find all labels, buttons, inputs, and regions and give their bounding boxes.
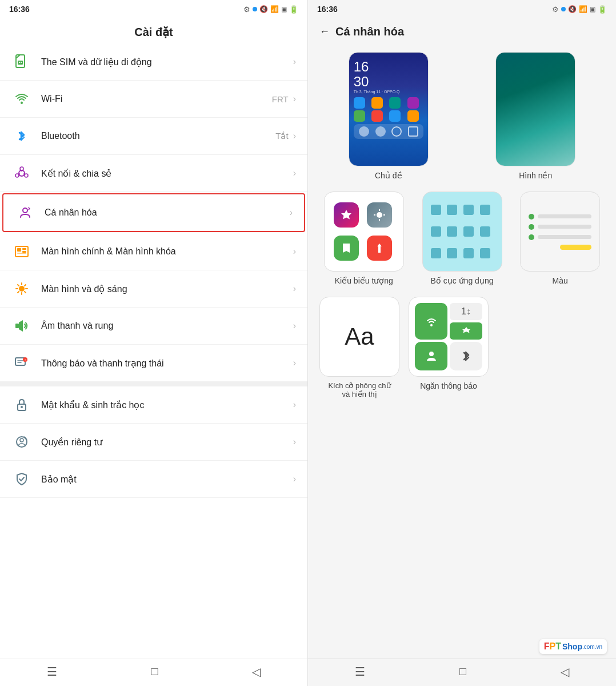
security-label: Bảo mật [41,474,77,484]
settings-item-screen-main[interactable]: Màn hình chính & Màn hình khóa › [0,233,307,270]
screen-main-icon [11,241,32,262]
settings-item-sim[interactable]: The SIM và dữ liệu di động › [0,43,307,81]
notification-icon: ! [11,353,32,373]
signal-icon-right: ▣ [590,6,595,13]
mau-bar-1 [538,214,591,218]
mau-dot-2 [529,224,534,230]
bocuc-dot [431,226,441,237]
wifi-text: Wi-Fi [41,94,272,104]
bluetooth-label: Bluetooth [41,131,80,141]
sound-chevron: › [293,321,296,331]
settings-item-personalize[interactable]: Cá nhân hóa › [2,193,305,232]
menu-icon-right[interactable]: ☰ [355,665,365,679]
back-button[interactable]: ← [319,26,330,38]
password-chevron: › [293,400,296,410]
kieu-bieu-tuong-card[interactable]: Kiểu biểu tượng [319,192,409,285]
settings-item-password[interactable]: Mật khẩu & sinh trắc học › [0,386,307,424]
security-text: Bảo mật [41,474,293,485]
mau-label: Màu [553,276,568,285]
bocuc-dot [480,226,490,237]
svg-rect-27 [15,324,19,328]
right-panel: 16:36 ⚙ 🔇 📶 ▣ 🔋 ← Cá nhân hóa 1630 Th 3,… [308,0,616,686]
bocuc-dot [480,248,490,258]
chu-de-inner: 1630 Th 3, Tháng 11 · OPPO Q [349,53,428,146]
svg-point-43 [429,352,434,356]
mute-icon-left: 🔇 [259,5,268,13]
notif-bluetooth-box [450,342,482,370]
header-right: ← Cá nhân hóa [308,18,616,43]
menu-icon-left[interactable]: ☰ [47,665,57,679]
chu-de-card[interactable]: 1630 Th 3, Tháng 11 · OPPO Q [319,52,458,180]
wifi-chevron: › [293,94,296,104]
status-bar-left: 16:36 ⚙ 🔇 📶 ▣ 🔋 [0,0,307,18]
page-title-left: Cài đặt [11,25,296,39]
notif-preview: 1↕ [409,297,489,377]
kieu-bieu-tuong-preview [324,192,404,272]
settings-item-connection[interactable]: Kết nối & chia sẻ › [0,155,307,192]
mau-bar-3 [538,235,591,239]
font-preview: Aa [319,297,399,377]
status-bar-right: 16:36 ⚙ 🔇 📶 ▣ 🔋 [308,0,616,18]
settings-item-bluetooth[interactable]: Bluetooth Tắt › [0,118,307,155]
status-icons-left: ⚙ 🔇 📶 ▣ 🔋 [243,5,298,14]
svg-rect-17 [17,253,26,254]
font-notif-row: Aa Kích cỡ phông chữ và hiển thị [319,297,605,398]
connection-icon [11,163,32,184]
bocuc-dot [480,205,490,215]
svg-line-23 [18,285,19,286]
sound-icon [11,316,32,336]
notification-chevron: › [293,358,296,368]
notif-card[interactable]: 1↕ [409,297,489,398]
sim-chevron: › [293,57,296,67]
mau-dot-3 [529,234,534,240]
bocuc-dot [463,248,474,258]
settings-item-sound[interactable]: Âm thanh và rung › [0,308,307,345]
fpt-p: P [550,641,556,651]
back-icon-left[interactable]: ◁ [252,665,261,679]
bocuc-dot [431,248,441,258]
svg-line-26 [18,292,19,293]
hinh-nen-bg [496,53,575,166]
battery-icon-left: 🔋 [289,5,298,14]
notification-text: Thông báo và thanh trạng thái [41,358,293,369]
kieu-bieu-tuong-label: Kiểu biểu tượng [335,276,393,285]
back-icon-right[interactable]: ◁ [561,665,569,679]
screen-bright-icon [11,278,32,299]
notif-sub-1: 1↕ [450,303,482,320]
bo-cuc-card[interactable]: Bố cục ứng dụng [418,192,507,285]
notif-sub-2 [450,322,482,340]
left-panel: 16:36 ⚙ 🔇 📶 ▣ 🔋 Cài đặt [0,0,308,686]
personalize-icon [15,202,35,223]
wifi-icon [11,89,32,109]
font-card[interactable]: Aa Kích cỡ phông chữ và hiển thị [319,297,399,398]
settings-item-wifi[interactable]: Wi-Fi FRT › [0,81,307,118]
mau-dot-1 [529,214,534,220]
page-title-right: Cá nhân hóa [335,25,404,38]
fpt-logo-area: FPT Shop .com.vn [308,635,616,659]
home-icon-left[interactable]: □ [151,665,158,678]
hinh-nen-card[interactable]: Hình nền [467,52,605,180]
mau-card[interactable]: Màu [515,192,605,285]
settings-item-privacy[interactable]: Quyền riêng tư › [0,424,307,461]
personalize-label: Cá nhân hóa [45,208,97,217]
settings-item-notification[interactable]: ! Thông báo và thanh trạng thái › [0,345,307,382]
sim-text: The SIM và dữ liệu di động [41,57,293,67]
screen-bright-label: Màn hình và độ sáng [41,284,127,294]
app-icon-7 [389,110,401,122]
settings-item-screen-bright[interactable]: Màn hình và độ sáng › [0,270,307,308]
password-label: Mật khẩu & sinh trắc học [41,400,145,410]
settings-item-security[interactable]: Bảo mật › [0,461,307,498]
mau-row-3 [529,234,591,240]
connection-text: Kết nối & chia sẻ [41,168,293,179]
connection-label: Kết nối & chia sẻ [41,169,111,178]
svg-point-37 [377,212,382,218]
mau-yellow-bar-row [529,245,591,250]
bocuc-dot [447,205,457,215]
gear-icon-left: ⚙ [243,5,250,14]
svg-rect-14 [17,248,21,252]
privacy-chevron: › [293,437,296,447]
phone-dot-icon [375,126,386,137]
home-icon-right[interactable]: □ [459,665,466,678]
time-right: 16:36 [317,5,338,14]
screen-main-chevron: › [293,246,296,257]
